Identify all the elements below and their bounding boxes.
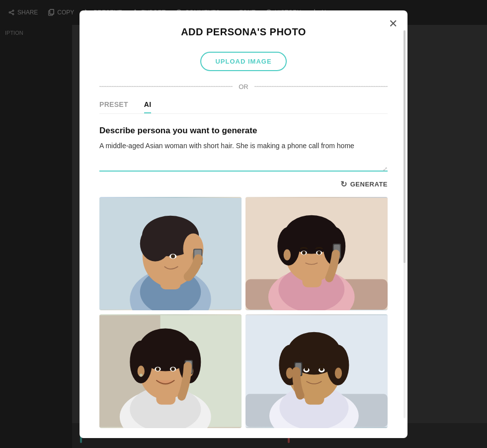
- tab-preset[interactable]: PRESET: [99, 100, 128, 113]
- persona-image-1[interactable]: [99, 197, 242, 311]
- svg-point-71: [335, 368, 342, 379]
- tab-ai[interactable]: AI: [144, 100, 152, 113]
- persona-image-2[interactable]: [245, 197, 388, 311]
- scroll-thumb[interactable]: [404, 30, 406, 263]
- svg-point-69: [326, 345, 349, 386]
- svg-point-60: [171, 367, 175, 371]
- svg-point-75: [305, 367, 308, 371]
- svg-point-58: [156, 367, 160, 371]
- generate-button[interactable]: ↻ GENERATE: [340, 179, 388, 189]
- modal-title: ADD PERSONA'S PHOTO: [99, 26, 388, 38]
- svg-point-42: [318, 251, 321, 254]
- image-grid: [99, 197, 388, 429]
- modal-overlay: ✕ ADD PERSONA'S PHOTO UPLOAD IMAGE OR PR…: [0, 0, 487, 448]
- svg-point-70: [286, 368, 293, 379]
- svg-point-19: [140, 226, 170, 261]
- scroll-track[interactable]: [404, 30, 406, 418]
- svg-point-54: [140, 374, 143, 377]
- svg-point-35: [284, 249, 291, 260]
- persona-image-3[interactable]: [99, 314, 242, 428]
- resize-icon: ⤢: [383, 166, 388, 173]
- svg-point-77: [320, 367, 324, 371]
- svg-point-50: [130, 341, 152, 383]
- generate-row: ↻ GENERATE: [99, 179, 388, 189]
- textarea-wrapper: ⤢: [99, 142, 388, 174]
- svg-point-40: [302, 251, 306, 254]
- upload-image-button[interactable]: UPLOAD IMAGE: [200, 52, 286, 71]
- modal: ✕ ADD PERSONA'S PHOTO UPLOAD IMAGE OR PR…: [80, 10, 407, 438]
- tabs-container: PRESET AI: [99, 100, 388, 114]
- describe-textarea[interactable]: [99, 142, 388, 172]
- or-divider: OR: [99, 83, 388, 90]
- svg-point-25: [171, 254, 175, 258]
- or-label: OR: [239, 83, 248, 90]
- generate-icon: ↻: [340, 179, 347, 189]
- persona-image-4[interactable]: [245, 314, 388, 428]
- close-button[interactable]: ✕: [389, 18, 398, 29]
- describe-label: Describe persona you want to generate: [99, 126, 388, 136]
